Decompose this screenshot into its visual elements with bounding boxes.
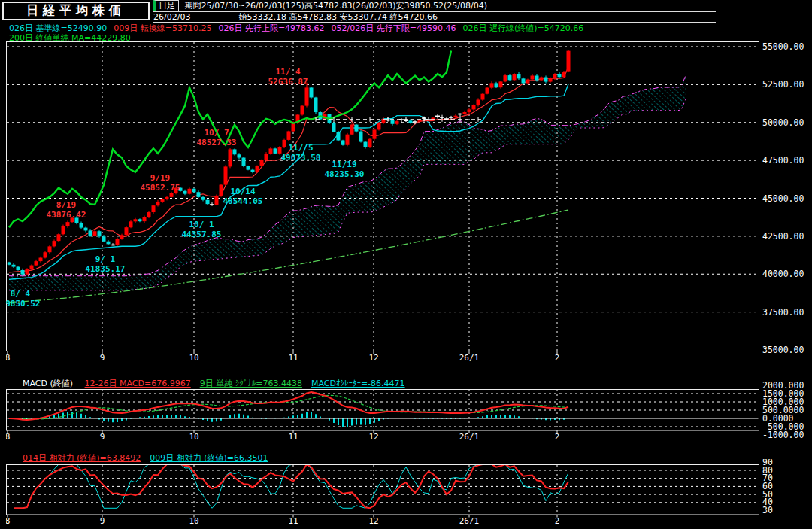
- candle-body: [269, 148, 273, 154]
- candle-body: [391, 120, 395, 124]
- candle-body: [229, 149, 232, 166]
- rsi-chart-canvas[interactable]: 908070605040308910111226/12: [6, 459, 812, 529]
- x-tick-label: 10: [189, 353, 198, 363]
- candle-body: [350, 125, 354, 135]
- candle-body: [314, 98, 318, 113]
- candle-body: [35, 261, 38, 265]
- candle-body: [201, 197, 205, 200]
- candle-body: [197, 192, 201, 197]
- candle-body: [508, 75, 512, 80]
- candle-body: [80, 223, 83, 227]
- candle-body: [468, 109, 471, 112]
- candle-body: [305, 87, 309, 105]
- macd-chart-canvas[interactable]: 2000.0001500.0001000.000500.00000.0000-5…: [6, 380, 812, 449]
- candle-body: [395, 121, 399, 124]
- candle-body: [495, 83, 498, 87]
- rsi-tick-label: 30: [762, 505, 773, 515]
- header-info: 日足 期間25/07/30~26/02/03(125)高54782.83(26/…: [153, 0, 716, 23]
- candle-body: [341, 141, 345, 145]
- x-tick-label: 8: [6, 516, 10, 526]
- candle-body: [220, 185, 223, 196]
- candle-body: [170, 193, 174, 197]
- swing-annotation-date: 10/ 7: [204, 128, 229, 138]
- x-tick-label: 8: [6, 353, 10, 363]
- candle-body: [57, 234, 61, 241]
- candle-body: [409, 120, 413, 123]
- swing-annotation-date: 9/19: [150, 173, 171, 183]
- candle-body: [156, 202, 160, 205]
- interval-box[interactable]: 日足: [153, 0, 179, 11]
- candle-body: [161, 199, 165, 202]
- candle-body: [553, 74, 557, 78]
- candle-body: [540, 78, 544, 81]
- candle-body: [310, 87, 314, 97]
- candle-body: [147, 212, 151, 217]
- swing-annotation-date: 8/ 4: [11, 289, 31, 299]
- x-tick-label: 11: [288, 353, 298, 363]
- candle-body: [251, 170, 255, 172]
- candle-body: [504, 75, 508, 81]
- price-tick-label: 35000.00: [762, 345, 804, 355]
- candle-body: [125, 227, 129, 235]
- candle-body: [373, 129, 377, 138]
- x-tick-label: 11: [288, 516, 298, 526]
- candle-body: [472, 105, 476, 110]
- candle-body: [418, 120, 422, 122]
- range-text: 期間25/07/30~26/02/03(125)高54782.83(26/02/…: [185, 1, 488, 11]
- main-chart-canvas[interactable]: 55000.0052500.0050000.0047500.0045000.00…: [6, 34, 812, 365]
- candle-body: [526, 80, 530, 84]
- candle-body: [44, 252, 47, 257]
- x-tick-label: 12: [368, 432, 378, 442]
- candle-body: [165, 197, 169, 199]
- stock-chart-app: 日経平均株価 日足 期間25/07/30~26/02/03(125)高54782…: [0, 0, 812, 529]
- candle-body: [192, 189, 196, 192]
- swing-annotation-value: 49073.58: [281, 153, 321, 163]
- swing-annotation-date: 11/19: [332, 160, 356, 169]
- candle-body: [287, 131, 291, 139]
- legend-item: 026日 遅行線(終値)=54720.66: [463, 23, 584, 33]
- x-tick-label: 12: [368, 353, 378, 363]
- candle-body: [238, 154, 241, 157]
- macd-plot: [7, 392, 759, 427]
- candle-body: [39, 257, 43, 261]
- candle-body: [12, 265, 16, 267]
- candle-body: [8, 263, 11, 265]
- x-tick-label: 26/1: [459, 516, 480, 526]
- x-tick-label: 10: [189, 516, 198, 526]
- candle-body: [26, 269, 29, 275]
- swing-annotation-date: 9/ 1: [95, 254, 116, 264]
- price-tick-label: 47500.00: [762, 155, 804, 166]
- x-tick-label: 2: [555, 353, 560, 363]
- price-tick-label: 52500.00: [762, 79, 804, 90]
- swing-annotation-date: 8/19: [56, 200, 77, 210]
- instrument-title-box: 日経平均株価: [2, 2, 150, 20]
- candle-body: [143, 217, 147, 221]
- swing-annotation-value: 39850.52: [6, 299, 40, 309]
- candle-body: [98, 231, 102, 236]
- candle-body: [134, 219, 138, 221]
- candle-body: [224, 166, 228, 184]
- candle-body: [84, 228, 88, 231]
- candle-body: [188, 189, 192, 194]
- candle-body: [535, 75, 539, 80]
- price-tick-label: 45000.00: [762, 193, 804, 204]
- candle-body: [558, 74, 562, 77]
- x-tick-label: 9: [100, 432, 105, 442]
- x-tick-label: 26/1: [459, 353, 480, 363]
- candle-body: [152, 205, 156, 212]
- x-tick-label: 10: [189, 432, 198, 442]
- candle-body: [486, 88, 489, 94]
- swing-annotation-value: 48527.33: [197, 138, 237, 147]
- candle-body: [107, 242, 111, 245]
- candle-body: [21, 270, 25, 275]
- candle-body: [364, 142, 368, 147]
- candle-body: [377, 123, 381, 129]
- header-range-line: 日足 期間25/07/30~26/02/03(125)高54782.83(26/…: [153, 0, 716, 12]
- swing-annotation-date: 11/ 5: [288, 143, 313, 153]
- candle-body: [567, 51, 571, 72]
- macd-line: [9, 392, 568, 420]
- swing-annotation-value: 43876.42: [47, 210, 86, 220]
- swing-annotation-value: 45852.75: [141, 183, 180, 193]
- candle-body: [53, 241, 56, 246]
- candle-body: [477, 100, 480, 105]
